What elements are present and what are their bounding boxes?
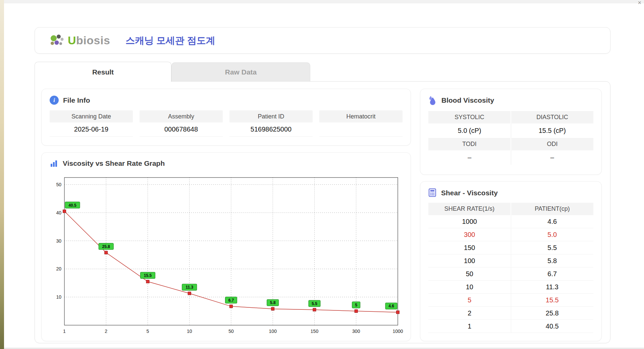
shear-rate-cell: 10 bbox=[428, 281, 511, 293]
blood-viscosity-section: Blood Viscosity SYSTOLICDIASTOLIC5.0 (cP… bbox=[420, 89, 602, 175]
desktop-edge-bottom bbox=[0, 348, 644, 349]
patient-viscosity-cell: 4.6 bbox=[511, 215, 594, 228]
shear-table-header-row: SHEAR RATE(1/s)PATIENT(cp) bbox=[428, 203, 593, 215]
x-tick-label: 1 bbox=[63, 329, 66, 334]
patient-viscosity-cell: 11.3 bbox=[511, 281, 594, 293]
table-row: 515.5 bbox=[428, 294, 593, 307]
x-tick-label: 10 bbox=[187, 329, 192, 334]
y-tick-label: 30 bbox=[56, 238, 61, 244]
blood-viscosity-value-row: –– bbox=[428, 150, 593, 165]
blood-viscosity-value-cell: 15.5 (cP) bbox=[511, 123, 594, 138]
shear-viscosity-title-row: Shear - Viscosity bbox=[428, 188, 593, 197]
y-tick-label: 40 bbox=[56, 210, 61, 215]
file-info-field-label: Hematocrit bbox=[319, 110, 402, 122]
y-tick-label: 20 bbox=[56, 266, 61, 271]
shear-rate-cell: 1000 bbox=[428, 215, 511, 228]
data-point-marker bbox=[230, 305, 233, 308]
patient-viscosity-cell: 25.8 bbox=[511, 307, 594, 319]
shear-viscosity-table: SHEAR RATE(1/s)PATIENT(cp)10004.63005.01… bbox=[428, 203, 593, 333]
table-row: 1005.8 bbox=[428, 254, 593, 267]
blood-viscosity-header-row: TODIODI bbox=[428, 138, 593, 150]
patient-viscosity-cell: 5.5 bbox=[511, 241, 594, 254]
table-row: 1011.3 bbox=[428, 281, 593, 294]
patient-viscosity-cell: 40.5 bbox=[511, 320, 594, 333]
viscosity-chart-svg: 10203040501251050100150300100040.525.815… bbox=[50, 171, 403, 337]
viscosity-chart: 10203040501251050100150300100040.525.815… bbox=[50, 171, 402, 339]
file-info-field: Assembly000678648 bbox=[140, 110, 223, 137]
patient-viscosity-cell: 5.8 bbox=[511, 254, 594, 267]
content-panel: i File Info Scanning Date2025-06-19Assem… bbox=[35, 81, 610, 343]
file-info-title-row: i File Info bbox=[50, 96, 402, 105]
shear-rate-cell: 1 bbox=[428, 320, 511, 333]
blood-viscosity-header-row: SYSTOLICDIASTOLIC bbox=[428, 111, 593, 123]
file-info-field-value: 000678648 bbox=[140, 122, 223, 137]
patient-viscosity-cell: 5.0 bbox=[511, 228, 594, 241]
app-header: Ubiosis 스캐닝 모세관 점도계 bbox=[35, 27, 610, 54]
table-row: 225.8 bbox=[428, 307, 593, 320]
blood-viscosity-table: SYSTOLICDIASTOLIC5.0 (cP)15.5 (cP)TODIOD… bbox=[428, 111, 593, 165]
data-point-marker bbox=[355, 310, 358, 313]
x-tick-label: 1000 bbox=[392, 329, 403, 334]
blood-viscosity-value-row: 5.0 (cP)15.5 (cP) bbox=[428, 123, 593, 138]
blood-viscosity-header-cell: ODI bbox=[511, 138, 593, 150]
bar-chart-icon bbox=[50, 159, 58, 167]
file-info-fields: Scanning Date2025-06-19Assembly000678648… bbox=[50, 110, 402, 137]
file-info-title: File Info bbox=[63, 96, 90, 104]
data-point-marker bbox=[271, 307, 274, 310]
data-point-marker bbox=[313, 308, 316, 311]
shear-rate-cell: 150 bbox=[428, 241, 511, 254]
table-row: 140.5 bbox=[428, 320, 593, 333]
file-info-field: Scanning Date2025-06-19 bbox=[50, 110, 133, 137]
y-tick-label: 10 bbox=[56, 294, 61, 300]
logo-text-u: U bbox=[68, 34, 76, 47]
file-info-field-label: Scanning Date bbox=[50, 110, 133, 122]
ubiosis-logo: Ubiosis bbox=[49, 34, 110, 48]
x-tick-label: 300 bbox=[352, 329, 360, 334]
blood-viscosity-value-cell: 5.0 (cP) bbox=[428, 123, 511, 138]
calculator-icon bbox=[428, 188, 437, 197]
file-info-field: Patient ID51698625000 bbox=[229, 110, 313, 137]
shear-rate-cell: 2 bbox=[428, 307, 511, 319]
graph-section: Viscosity vs Shear Rate Graph 1020304050… bbox=[41, 152, 411, 341]
blood-viscosity-title: Blood Viscosity bbox=[441, 96, 494, 104]
point-label: 11.3 bbox=[185, 285, 193, 290]
shear-viscosity-title: Shear - Viscosity bbox=[441, 189, 498, 197]
file-info-field-label: Patient ID bbox=[229, 110, 313, 122]
table-row: 3005.0 bbox=[428, 228, 593, 241]
point-label: 6.7 bbox=[228, 298, 234, 303]
x-tick-label: 100 bbox=[269, 329, 277, 334]
point-label: 25.8 bbox=[102, 244, 110, 249]
info-icon: i bbox=[50, 96, 59, 105]
x-tick-label: 2 bbox=[105, 329, 107, 334]
file-info-field-value: 51698625000 bbox=[229, 122, 313, 137]
data-point-marker bbox=[188, 292, 191, 295]
shear-viscosity-section: Shear - Viscosity SHEAR RATE(1/s)PATIENT… bbox=[420, 181, 602, 341]
data-point-marker bbox=[146, 280, 149, 283]
data-point-marker bbox=[396, 311, 399, 314]
shear-rate-cell: 300 bbox=[428, 228, 511, 241]
graph-title: Viscosity vs Shear Rate Graph bbox=[63, 159, 165, 167]
shear-rate-cell: 5 bbox=[428, 294, 511, 306]
table-row: 1505.5 bbox=[428, 241, 593, 254]
app-title: 스캐닝 모세관 점도계 bbox=[125, 34, 215, 47]
file-info-section: i File Info Scanning Date2025-06-19Assem… bbox=[41, 89, 411, 146]
tab-result[interactable]: Result bbox=[35, 62, 171, 82]
blood-viscosity-title-row: Blood Viscosity bbox=[428, 96, 593, 105]
y-tick-label: 50 bbox=[56, 182, 61, 187]
patient-viscosity-cell: 15.5 bbox=[511, 294, 594, 306]
table-row: 506.7 bbox=[428, 267, 593, 281]
point-label: 4.6 bbox=[388, 304, 394, 308]
logo-text: Ubiosis bbox=[68, 34, 110, 47]
blood-viscosity-header-cell: SYSTOLIC bbox=[428, 111, 511, 123]
blood-viscosity-value-cell: – bbox=[428, 150, 511, 165]
file-info-field-value: 2025-06-19 bbox=[50, 122, 133, 137]
ubiosis-logo-icon bbox=[49, 34, 65, 48]
data-point-marker bbox=[63, 210, 66, 213]
close-icon[interactable]: × bbox=[638, 0, 641, 6]
point-label: 5 bbox=[355, 303, 357, 307]
point-label: 40.5 bbox=[68, 203, 76, 208]
file-info-field-label: Assembly bbox=[140, 110, 223, 122]
shear-rate-cell: 50 bbox=[428, 267, 511, 280]
table-row: 10004.6 bbox=[428, 215, 593, 228]
tab-raw-data[interactable]: Raw Data bbox=[171, 62, 310, 82]
